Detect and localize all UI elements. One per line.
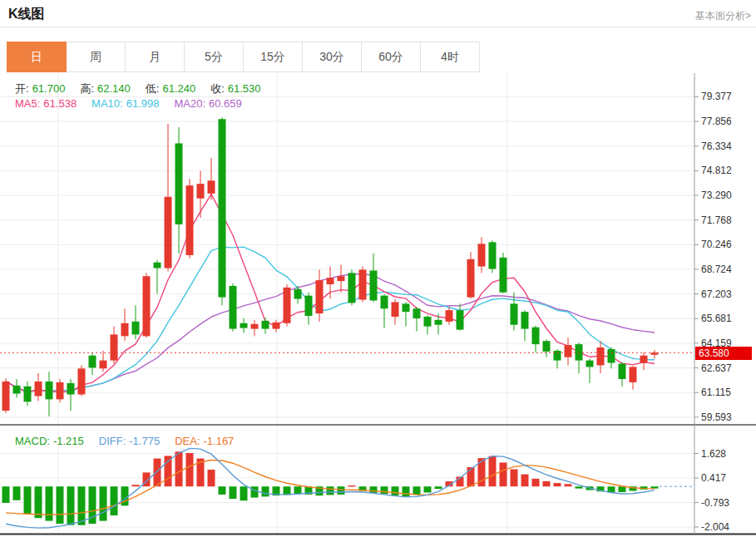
tab-5分[interactable]: 5分 bbox=[185, 42, 244, 72]
candle[interactable] bbox=[424, 317, 432, 327]
candle[interactable] bbox=[305, 296, 313, 316]
candle[interactable] bbox=[457, 310, 464, 329]
macd-bar[interactable] bbox=[78, 486, 86, 525]
tab-60分[interactable]: 60分 bbox=[362, 42, 421, 72]
candle[interactable] bbox=[640, 356, 648, 363]
candle[interactable] bbox=[197, 184, 205, 199]
macd-bar[interactable] bbox=[208, 470, 215, 486]
macd-bar[interactable] bbox=[35, 486, 42, 518]
macd-bar[interactable] bbox=[262, 486, 269, 496]
macd-bar[interactable] bbox=[348, 485, 356, 487]
macd-bar[interactable] bbox=[424, 486, 432, 492]
candle[interactable] bbox=[186, 185, 194, 255]
candle[interactable] bbox=[489, 242, 497, 268]
candle[interactable] bbox=[316, 280, 324, 313]
macd-bar[interactable] bbox=[24, 486, 32, 514]
candle[interactable] bbox=[2, 382, 10, 411]
macd-bar[interactable] bbox=[230, 486, 237, 499]
macd-bar[interactable] bbox=[554, 483, 561, 486]
candle[interactable] bbox=[13, 386, 21, 394]
macd-bar[interactable] bbox=[338, 486, 345, 495]
candle[interactable] bbox=[208, 180, 215, 194]
candle[interactable] bbox=[46, 382, 53, 399]
candle[interactable] bbox=[478, 244, 486, 266]
macd-bar[interactable] bbox=[154, 459, 161, 487]
candle[interactable] bbox=[619, 363, 626, 379]
candle[interactable] bbox=[230, 286, 237, 329]
candle[interactable] bbox=[251, 324, 259, 329]
candle[interactable] bbox=[121, 323, 129, 337]
macd-bar[interactable] bbox=[532, 479, 540, 486]
macd-bar[interactable] bbox=[175, 451, 183, 486]
tab-4时[interactable]: 4时 bbox=[421, 42, 480, 72]
macd-bar[interactable] bbox=[467, 467, 475, 486]
candle[interactable] bbox=[284, 288, 291, 323]
candle[interactable] bbox=[435, 320, 442, 325]
candle[interactable] bbox=[359, 269, 367, 299]
candle[interactable] bbox=[630, 367, 637, 382]
macd-bar[interactable] bbox=[240, 486, 248, 500]
macd-bar[interactable] bbox=[435, 486, 442, 489]
candle[interactable] bbox=[35, 382, 42, 397]
candle[interactable] bbox=[392, 302, 399, 317]
candle[interactable] bbox=[24, 387, 32, 402]
candle[interactable] bbox=[565, 345, 572, 357]
candle[interactable] bbox=[165, 197, 172, 268]
macd-bar[interactable] bbox=[57, 486, 64, 524]
candle[interactable] bbox=[511, 303, 518, 324]
macd-bar[interactable] bbox=[511, 469, 518, 486]
candle[interactable] bbox=[597, 347, 605, 365]
candle[interactable] bbox=[467, 259, 475, 298]
candle[interactable] bbox=[586, 361, 594, 367]
candle[interactable] bbox=[219, 119, 226, 297]
macd-bar[interactable] bbox=[381, 486, 388, 494]
candle[interactable] bbox=[111, 334, 118, 360]
macd-bar[interactable] bbox=[403, 486, 410, 496]
macd-bar[interactable] bbox=[413, 486, 421, 495]
tab-30分[interactable]: 30分 bbox=[303, 42, 362, 72]
candle[interactable] bbox=[521, 312, 529, 328]
macd-bar[interactable] bbox=[132, 485, 140, 486]
tab-周[interactable]: 周 bbox=[67, 42, 126, 72]
candle[interactable] bbox=[273, 323, 280, 329]
candle[interactable] bbox=[348, 273, 356, 303]
tab-日[interactable]: 日 bbox=[7, 42, 67, 72]
macd-bar[interactable] bbox=[576, 486, 583, 488]
macd-bar[interactable] bbox=[521, 475, 529, 487]
candle[interactable] bbox=[532, 328, 540, 344]
candle[interactable] bbox=[67, 383, 75, 395]
macd-bar[interactable] bbox=[186, 453, 194, 486]
macd-bar[interactable] bbox=[489, 456, 497, 487]
macd-bar[interactable] bbox=[2, 486, 10, 503]
candle[interactable] bbox=[132, 322, 140, 335]
macd-bar[interactable] bbox=[543, 481, 551, 486]
macd-bar[interactable] bbox=[13, 486, 21, 500]
candle[interactable] bbox=[175, 143, 183, 224]
macd-bar[interactable] bbox=[327, 486, 334, 495]
macd-bar[interactable] bbox=[500, 462, 507, 486]
macd-bar[interactable] bbox=[294, 486, 302, 494]
macd-bar[interactable] bbox=[100, 486, 107, 520]
candle[interactable] bbox=[370, 270, 378, 300]
candle[interactable] bbox=[500, 258, 507, 293]
candle[interactable] bbox=[403, 303, 410, 312]
kline-chart-svg[interactable]: 79.37777.85676.33474.81273.29071.76870.2… bbox=[0, 73, 756, 537]
candle[interactable] bbox=[608, 349, 615, 363]
candle[interactable] bbox=[327, 278, 334, 284]
candle[interactable] bbox=[240, 323, 248, 328]
macd-bar[interactable] bbox=[67, 486, 75, 525]
tab-15分[interactable]: 15分 bbox=[244, 42, 303, 72]
candle[interactable] bbox=[413, 308, 421, 318]
tab-月[interactable]: 月 bbox=[126, 42, 185, 72]
macd-bar[interactable] bbox=[619, 486, 626, 492]
macd-bar[interactable] bbox=[111, 486, 118, 515]
macd-bar[interactable] bbox=[219, 486, 226, 495]
candle[interactable] bbox=[338, 276, 345, 281]
candle[interactable] bbox=[78, 368, 86, 394]
candle[interactable] bbox=[100, 361, 107, 369]
candle[interactable] bbox=[294, 289, 302, 299]
candle[interactable] bbox=[143, 276, 151, 336]
macd-bar[interactable] bbox=[251, 486, 259, 497]
candle[interactable] bbox=[57, 382, 64, 399]
candle[interactable] bbox=[446, 310, 453, 322]
